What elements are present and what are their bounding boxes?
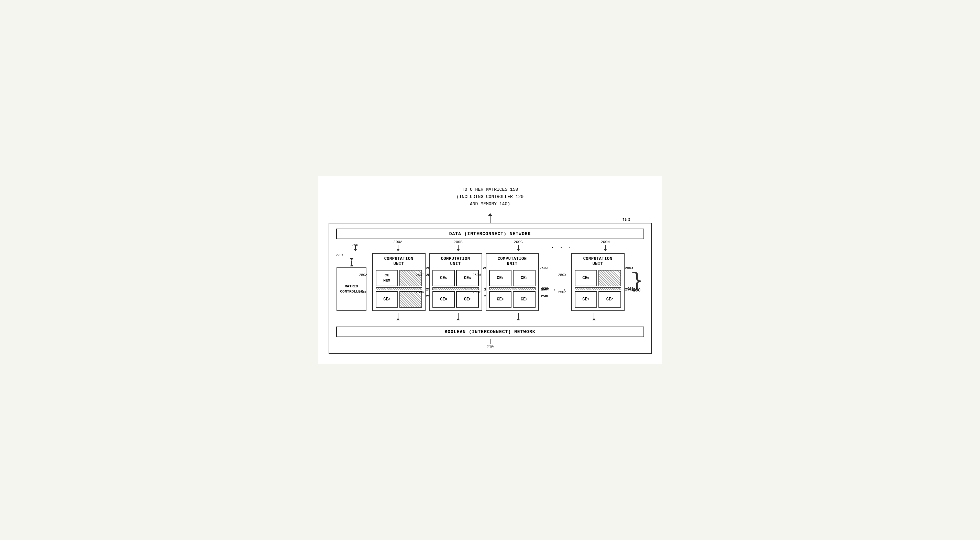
cell-hatched-n1: 250X xyxy=(598,270,621,286)
cell-cec: CEC xyxy=(433,270,455,286)
unit-n-left-labels: 250X 250Z xyxy=(558,272,566,296)
label-250j: 250J xyxy=(539,266,547,270)
cell-ce-mem-1: CEMEM xyxy=(376,270,398,286)
dots: . . . xyxy=(551,243,573,251)
cell-cea: CEA xyxy=(376,291,398,307)
unit-c-left-labels: 250W 250Y xyxy=(473,272,481,296)
cell-cef-4: CEF 250Y 250L xyxy=(513,291,536,307)
cell-cew: CEW xyxy=(575,270,597,286)
top-annotation: TO OTHER MATRICES 150 (INCLUDING CONTROL… xyxy=(329,186,652,208)
cell-cef-3: CEF xyxy=(489,291,512,307)
unit-n-title: COMPUTATIONUNIT xyxy=(583,256,612,267)
label-200: 200 xyxy=(633,288,641,293)
unit-a-title: COMPUTATIONUNIT xyxy=(384,256,414,267)
unit-c: 250W 250Y COMPUTATIONUNIT CEF CEF 250J xyxy=(486,253,539,311)
unit-a-left-labels: 250A 250C xyxy=(359,272,368,296)
label-250x-top: 250X xyxy=(625,266,633,270)
label-200b: 200B xyxy=(453,240,462,244)
label-250y: 250Y xyxy=(541,288,549,292)
data-network-bar: DATA (INTERCONNECT) NETWORK xyxy=(336,229,644,239)
label-210: 210 xyxy=(487,345,494,350)
label-230: 230 xyxy=(336,253,343,257)
cell-cez: CEZ 250Z xyxy=(598,291,621,307)
cell-cey: CEY xyxy=(575,291,597,307)
unit-n: 250X 250Z COMPUTATIONUNIT CEW 250X 220 xyxy=(571,253,625,311)
cell-cef-1: CEF xyxy=(489,270,512,286)
unit-b-left-labels: 250I 250K xyxy=(416,272,424,296)
top-line1: TO OTHER MATRICES 150 xyxy=(329,186,652,194)
boolean-network-bar: BOOLEAN (INTERCONNECT) NETWORK xyxy=(336,327,644,337)
bottom-label-area: 210 xyxy=(329,337,651,353)
unit-b-title: COMPUTATIONUNIT xyxy=(441,256,470,267)
page-wrapper: TO OTHER MATRICES 150 (INCLUDING CONTROL… xyxy=(318,176,662,364)
top-line2: (INCLUDING CONTROLLER 120 xyxy=(329,194,652,201)
label-200n: 200N xyxy=(600,240,609,244)
label-200c: 200C xyxy=(514,240,522,244)
label-250l: 250L xyxy=(541,295,549,298)
cell-cef-2: CEF 250J xyxy=(513,270,536,286)
cell-ced: CED xyxy=(433,291,455,307)
outer-matrix-box: 150 DATA (INTERCONNECT) NETWORK 200A 240 xyxy=(329,223,652,354)
top-line3: AND MEMORY 140) xyxy=(329,201,652,208)
unit-c-title: COMPUTATIONUNIT xyxy=(498,256,527,267)
label-150: 150 xyxy=(622,217,630,222)
label-250z: 250Z xyxy=(625,288,633,292)
label-200a: 200A xyxy=(393,240,402,244)
